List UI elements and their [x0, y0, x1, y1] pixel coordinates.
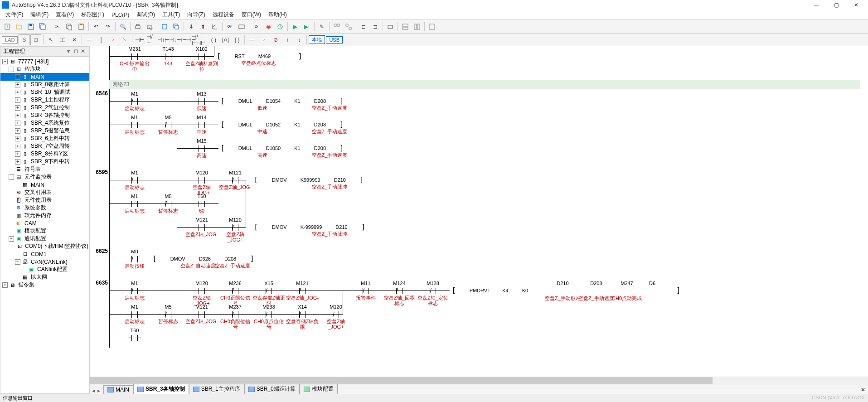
network-header-23[interactable]: 网络23: [109, 80, 860, 89]
menu-wizard[interactable]: 向导(Z): [184, 10, 209, 19]
tab-module[interactable]: 模块配置: [300, 384, 338, 394]
print-icon[interactable]: [132, 21, 143, 32]
sel-r-icon[interactable]: ⊡: [30, 34, 41, 45]
contact-par2-icon[interactable]: ⊣/⊢⊣⊢: [193, 34, 204, 45]
window-icon[interactable]: [427, 21, 437, 32]
contact-nc-icon[interactable]: ⊣/⊢: [146, 34, 157, 45]
tree-module[interactable]: ▣模块配置: [0, 227, 89, 235]
verify-icon[interactable]: [209, 21, 220, 32]
edit-icon[interactable]: ✎: [316, 21, 327, 32]
tree-softmem[interactable]: ▥软元件内存: [0, 212, 89, 219]
sel-s-icon[interactable]: S: [19, 34, 29, 45]
coil-icon[interactable]: ( ): [208, 34, 219, 45]
stop-icon[interactable]: ◉: [263, 21, 274, 32]
connect-icon[interactable]: [275, 21, 286, 32]
watch-icon[interactable]: [236, 21, 247, 32]
func2-icon[interactable]: [ ]: [232, 34, 242, 45]
menu-debug[interactable]: 调试(D): [133, 10, 159, 19]
step-over-icon[interactable]: ▶|: [301, 21, 312, 32]
tree-comm[interactable]: −▣通讯配置: [0, 235, 89, 242]
tree-monitor[interactable]: −▤元件监控表: [0, 173, 89, 181]
contact-no-icon[interactable]: ⊣⊢: [134, 34, 145, 45]
autohide-icon[interactable]: ⊓: [72, 48, 79, 55]
network-6595[interactable]: 6595 M1/启动标志 M120空盘Z轴_JOG+ M121/空盘Z轴_JOG…: [109, 168, 860, 247]
close-button[interactable]: ✕: [846, 0, 866, 10]
align1-icon[interactable]: ⊏: [358, 21, 369, 32]
tree-com1[interactable]: ⊡COM1: [0, 250, 89, 258]
find-icon[interactable]: 🔍: [117, 21, 128, 32]
tree-cam[interactable]: ◐CAM: [0, 219, 89, 227]
tree-sbr0[interactable]: +▯SBR_0螺距计算: [0, 81, 89, 88]
pin-icon[interactable]: ▾: [65, 48, 72, 55]
vline-icon[interactable]: │: [96, 34, 107, 45]
tree-program-block[interactable]: −⊞程序块: [0, 65, 89, 73]
tree-sbr7[interactable]: +▯SBR_7空盘周转: [0, 142, 89, 150]
compile-icon[interactable]: [159, 21, 170, 32]
grid1-icon[interactable]: [331, 21, 342, 32]
output-window-header[interactable]: 信息输出窗口: [0, 394, 868, 402]
menu-remote[interactable]: 远程设备: [209, 10, 238, 19]
tree-main[interactable]: +▯MAIN: [0, 73, 89, 81]
tree-sbr9[interactable]: +▯SBR_9下料中转: [0, 158, 89, 165]
comp-eq-icon[interactable]: —: [247, 34, 257, 45]
tree-sbr3[interactable]: +▯SBR_3各轴控制: [0, 111, 89, 119]
panel-close-icon[interactable]: ✕: [79, 48, 87, 55]
menu-help[interactable]: 帮助(H): [265, 10, 291, 19]
maximize-button[interactable]: ▢: [826, 0, 846, 10]
rise-icon[interactable]: ↑: [282, 34, 293, 45]
tree-sbr6[interactable]: +▯SBR_6上料中转: [0, 135, 89, 142]
upload-icon[interactable]: ⬆: [198, 21, 209, 32]
tab-sbr3[interactable]: SBR_3各轴控制: [133, 384, 189, 394]
contact-p-icon[interactable]: ⊣↑⊢: [158, 34, 169, 45]
cut-icon[interactable]: ✂: [52, 21, 63, 32]
print-preview-icon[interactable]: [144, 21, 155, 32]
hline-del-icon[interactable]: ⟋: [107, 34, 118, 45]
not-icon[interactable]: ⊘: [270, 34, 281, 45]
tree-sbr1[interactable]: +▯SBR_1主控程序: [0, 96, 89, 104]
tree-sbr2[interactable]: +▯SBR_2气缸控制: [0, 104, 89, 111]
tab-sbr0[interactable]: SBR_0螺距计算: [244, 384, 300, 394]
network-6546[interactable]: 6546 M1/启动标志 M13低速 [DMULD1054K1D208] 低速 …: [109, 89, 860, 168]
grid2-icon[interactable]: [343, 21, 354, 32]
tree-sbr10[interactable]: +▯SBR_10_轴调试: [0, 88, 89, 96]
menu-window[interactable]: 窗口(W): [238, 10, 265, 19]
monitor-icon[interactable]: 👁: [224, 21, 235, 32]
minimize-button[interactable]: —: [806, 0, 826, 10]
inv-icon[interactable]: ⟋: [258, 34, 269, 45]
func-icon[interactable]: [A]: [220, 34, 231, 45]
hline-icon[interactable]: —: [84, 34, 95, 45]
save-icon[interactable]: [25, 21, 36, 32]
tree-usage[interactable]: 🗄元件使用表: [0, 196, 89, 204]
network-6625[interactable]: 6625 M0/启动按钮 [DMOVD628D208] 空盘Z_自动速度 空盘Z…: [109, 247, 860, 279]
align2-icon[interactable]: ⊐: [370, 21, 381, 32]
compile-all-icon[interactable]: [171, 21, 182, 32]
copy-icon[interactable]: [64, 21, 75, 32]
tree-instr[interactable]: +🖥指令集: [0, 281, 89, 289]
redo-icon[interactable]: ↷: [102, 21, 113, 32]
new-file-icon[interactable]: +: [2, 21, 13, 32]
branch-down-icon[interactable]: [57, 34, 68, 45]
layout1-icon[interactable]: [400, 21, 411, 32]
menu-edit[interactable]: 编辑(E): [27, 10, 52, 19]
paste-icon[interactable]: [76, 21, 87, 32]
layout2-icon[interactable]: [412, 21, 422, 32]
undo-icon[interactable]: ↶: [91, 21, 102, 32]
tree-params[interactable]: ⚙系统参数: [0, 204, 89, 212]
fall-icon[interactable]: ↓: [294, 34, 305, 45]
menu-file[interactable]: 文件(F): [2, 10, 27, 19]
open-file-icon[interactable]: [14, 21, 24, 32]
ladder-editor[interactable]: M231CH0脉冲输出中 T143143 X102空盘Z轴料盘到位 [RSTM4…: [90, 46, 868, 394]
tab-nav[interactable]: ◂▸: [91, 387, 102, 394]
tree-sbr8[interactable]: +▯SBR_8分料Y区: [0, 150, 89, 158]
tree-canlink[interactable]: ▣CANlink配置: [0, 266, 89, 273]
contact-par-icon[interactable]: ⊣⊢⊣⊢: [181, 34, 192, 45]
tree-root[interactable]: −🖥77777 [H3U]: [0, 58, 89, 65]
menu-plc[interactable]: PLC(P): [108, 11, 133, 19]
step-icon[interactable]: ▶: [290, 21, 301, 32]
print2-icon[interactable]: [385, 21, 396, 32]
lad-mode-button[interactable]: LAD: [2, 36, 18, 44]
menu-tools[interactable]: 工具(T): [159, 10, 184, 19]
tab-sbr1[interactable]: SBR_1主控程序: [189, 384, 244, 394]
horizontal-scrollbar[interactable]: [90, 377, 868, 384]
save-all-icon[interactable]: [37, 21, 48, 32]
